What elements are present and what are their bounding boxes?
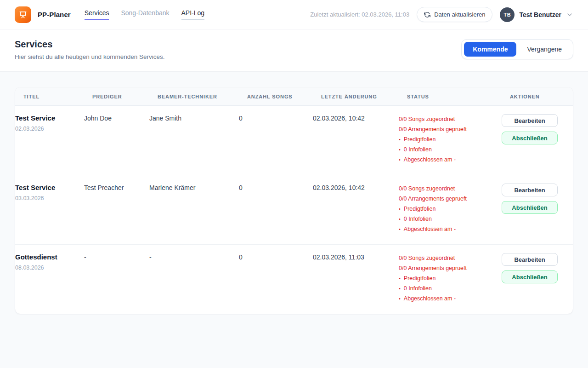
brand: PP-Planer bbox=[15, 6, 71, 23]
status-arrangements: 0/0 Arrangements geprueft bbox=[399, 194, 496, 204]
bearbeiten-button[interactable]: Bearbeiten bbox=[502, 114, 558, 127]
letzte-aenderung-cell: 02.03.2026, 11:03 bbox=[313, 253, 399, 304]
bearbeiten-button[interactable]: Bearbeiten bbox=[502, 253, 558, 266]
titel-cell: Test Service 03.03.2026 bbox=[15, 184, 84, 234]
service-title: Test Service bbox=[15, 184, 79, 191]
refresh-icon bbox=[424, 12, 430, 18]
table-header-row: Titel Prediger Beamer-Techniker Anzahl S… bbox=[15, 87, 573, 106]
status-arrangements: 0/0 Arrangements geprueft bbox=[399, 263, 496, 273]
column-header-beamer-techniker: Beamer-Techniker bbox=[158, 94, 247, 99]
abschliessen-button[interactable]: Abschließen bbox=[502, 270, 558, 283]
column-header-anzahl-songs: Anzahl Songs bbox=[247, 94, 321, 99]
service-date: 08.03.2026 bbox=[15, 264, 79, 271]
app-root: PP-Planer Services Song-Datenbank API-Lo… bbox=[0, 0, 588, 368]
abschliessen-button[interactable]: Abschließen bbox=[502, 132, 558, 144]
column-header-status: Status bbox=[407, 94, 510, 99]
page-head-text: Services Hier siehst du alle heutigen un… bbox=[15, 39, 164, 60]
prediger-cell: - bbox=[84, 253, 149, 304]
aktionen-cell: Bearbeiten Abschließen bbox=[502, 114, 573, 165]
beamer-techniker-cell: Marlene Krämer bbox=[149, 184, 239, 234]
anzahl-songs-cell: 0 bbox=[239, 184, 313, 234]
letzte-aenderung-cell: 02.03.2026, 10:42 bbox=[313, 184, 399, 234]
column-header-letzte-aenderung: Letzte Änderung bbox=[321, 94, 407, 99]
filter-vergangene-button[interactable]: Vergangene bbox=[518, 42, 571, 57]
status-cell: 0/0 Songs zugeordnet 0/0 Arrangements ge… bbox=[399, 253, 502, 304]
status-predigtfolien: Predigtfolien bbox=[399, 204, 496, 214]
letzte-aenderung-cell: 02.03.2026, 10:42 bbox=[313, 114, 399, 165]
column-header-titel: Titel bbox=[23, 94, 92, 99]
status-abgeschlossen: Abgeschlossen am - bbox=[399, 155, 496, 165]
top-header: PP-Planer Services Song-Datenbank API-Lo… bbox=[0, 0, 588, 29]
status-songs: 0/0 Songs zugeordnet bbox=[399, 114, 496, 124]
table-row: Test Service 03.03.2026 Test Preacher Ma… bbox=[15, 175, 573, 245]
aktionen-cell: Bearbeiten Abschließen bbox=[502, 184, 573, 234]
titel-cell: Gottesdienst 08.03.2026 bbox=[15, 253, 84, 304]
service-filter-toggle: Kommende Vergangene bbox=[461, 39, 573, 59]
status-songs: 0/0 Songs zugeordnet bbox=[399, 253, 496, 263]
status-arrangements: 0/0 Arrangements geprueft bbox=[399, 124, 496, 134]
prediger-cell: John Doe bbox=[84, 114, 149, 165]
aktionen-cell: Bearbeiten Abschließen bbox=[502, 253, 573, 304]
main-content: Titel Prediger Beamer-Techniker Anzahl S… bbox=[0, 87, 588, 314]
bearbeiten-button[interactable]: Bearbeiten bbox=[502, 184, 558, 196]
user-menu[interactable]: TB Test Benutzer bbox=[500, 7, 573, 22]
chevron-down-icon bbox=[566, 11, 573, 18]
service-title: Gottesdienst bbox=[15, 253, 79, 261]
status-abgeschlossen: Abgeschlossen am - bbox=[399, 224, 496, 234]
titel-cell: Test Service 02.03.2026 bbox=[15, 114, 84, 165]
column-header-prediger: Prediger bbox=[92, 94, 158, 99]
service-title: Test Service bbox=[15, 114, 79, 122]
status-infofolien: 0 Infofolien bbox=[399, 144, 496, 155]
page-title: Services bbox=[15, 39, 164, 50]
nav-item-song-datenbank[interactable]: Song-Datenbank bbox=[121, 9, 169, 20]
column-header-aktionen: Aktionen bbox=[510, 94, 565, 99]
prediger-cell: Test Preacher bbox=[84, 184, 149, 234]
beamer-techniker-cell: - bbox=[149, 253, 239, 304]
table-row: Test Service 02.03.2026 John Doe Jane Sm… bbox=[15, 106, 573, 175]
page-subtitle: Hier siehst du alle heutigen und kommend… bbox=[15, 53, 164, 60]
refresh-button-label: Daten aktualisieren bbox=[434, 11, 485, 18]
abschliessen-button[interactable]: Abschließen bbox=[502, 201, 558, 214]
status-abgeschlossen: Abgeschlossen am - bbox=[399, 293, 496, 304]
status-cell: 0/0 Songs zugeordnet 0/0 Arrangements ge… bbox=[399, 114, 502, 165]
nav-item-api-log[interactable]: API-Log bbox=[181, 9, 205, 20]
status-songs: 0/0 Songs zugeordnet bbox=[399, 184, 496, 194]
last-updated-text: Zuletzt aktualisiert: 02.03.2026, 11:03 bbox=[310, 11, 409, 18]
service-date: 02.03.2026 bbox=[15, 126, 79, 132]
services-table: Titel Prediger Beamer-Techniker Anzahl S… bbox=[15, 87, 573, 314]
refresh-data-button[interactable]: Daten aktualisieren bbox=[417, 7, 492, 22]
anzahl-songs-cell: 0 bbox=[239, 114, 313, 165]
status-predigtfolien: Predigtfolien bbox=[399, 134, 496, 144]
topbar-right: Zuletzt aktualisiert: 02.03.2026, 11:03 … bbox=[310, 7, 573, 22]
presentation-screen-icon bbox=[15, 6, 31, 23]
filter-kommende-button[interactable]: Kommende bbox=[464, 42, 516, 57]
avatar: TB bbox=[500, 7, 514, 22]
nav-item-services[interactable]: Services bbox=[85, 9, 109, 20]
status-cell: 0/0 Songs zugeordnet 0/0 Arrangements ge… bbox=[399, 184, 502, 234]
anzahl-songs-cell: 0 bbox=[239, 253, 313, 304]
status-infofolien: 0 Infofolien bbox=[399, 283, 496, 293]
status-infofolien: 0 Infofolien bbox=[399, 214, 496, 224]
service-date: 03.03.2026 bbox=[15, 195, 79, 201]
beamer-techniker-cell: Jane Smith bbox=[149, 114, 239, 165]
user-name: Test Benutzer bbox=[519, 11, 561, 18]
page-head: Services Hier siehst du alle heutigen un… bbox=[0, 29, 588, 72]
table-row: Gottesdienst 08.03.2026 - - 0 02.03.2026… bbox=[15, 245, 573, 314]
status-predigtfolien: Predigtfolien bbox=[399, 273, 496, 283]
brand-name: PP-Planer bbox=[38, 11, 71, 18]
main-nav: Services Song-Datenbank API-Log bbox=[85, 9, 204, 20]
